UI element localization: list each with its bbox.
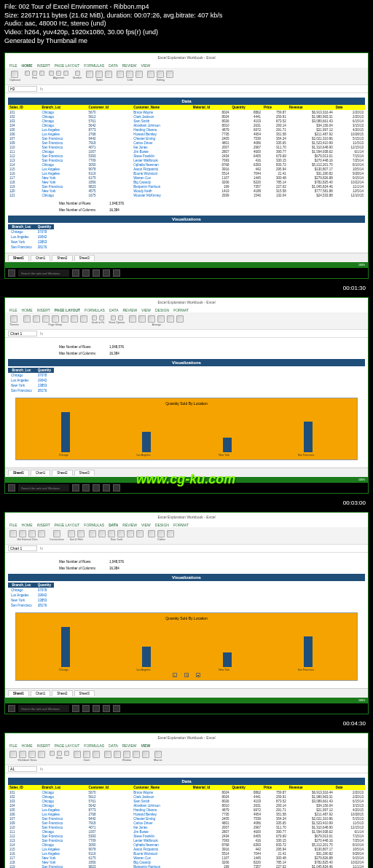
background-icon[interactable] <box>71 315 78 323</box>
worksheet[interactable]: Data Sales_IDBranch_LocCustomer_IdCustom… <box>5 93 368 253</box>
tab-view[interactable]: VIEW <box>141 63 150 68</box>
bar[interactable] <box>223 438 232 453</box>
remove-dup-icon[interactable] <box>108 530 115 537</box>
align-left-icon[interactable] <box>49 71 54 76</box>
cell-styles-icon[interactable] <box>105 71 112 78</box>
arrange-all-icon[interactable] <box>114 751 121 758</box>
format-cells-icon[interactable] <box>136 71 143 78</box>
tab-view[interactable]: VIEW <box>141 743 150 748</box>
bar[interactable] <box>61 412 70 453</box>
excel-taskbar-icon[interactable] <box>113 269 120 277</box>
list-item[interactable]: Los Angeles19042 <box>8 234 54 240</box>
number-format-icon[interactable] <box>75 71 80 76</box>
freeze-panes-icon[interactable] <box>123 751 130 758</box>
list-item[interactable]: Chicago37078 <box>8 229 54 234</box>
table-row[interactable]: 121Chicago1675Wooster McKinney2939154613… <box>8 193 365 197</box>
insert-cells-icon[interactable] <box>117 71 124 78</box>
table-row[interactable]: 119San Francisco9823Benjamin Harrison199… <box>8 864 365 868</box>
align-icon[interactable] <box>157 315 165 323</box>
tab-format[interactable]: FORMAT <box>173 308 189 312</box>
name-box[interactable]: H2 <box>8 86 37 92</box>
chart-styles-icon[interactable]: ✎ <box>184 673 189 677</box>
chart-elements-icon[interactable]: + <box>173 673 177 677</box>
align-center-icon[interactable] <box>56 71 61 76</box>
bar[interactable] <box>304 422 313 452</box>
conditional-format-icon[interactable] <box>86 71 93 78</box>
zoom-100-icon[interactable] <box>83 751 90 758</box>
subtotal-icon[interactable] <box>167 530 174 537</box>
tab-pagelayout[interactable]: PAGE LAYOUT <box>55 63 80 68</box>
list-item[interactable]: Los Angeles19042 <box>8 593 54 598</box>
width-icon[interactable] <box>92 315 97 320</box>
from-access-icon[interactable] <box>9 530 17 537</box>
flash-fill-icon[interactable] <box>98 530 106 537</box>
tab-home[interactable]: HOME <box>22 63 33 68</box>
ungroup-icon[interactable] <box>157 530 165 537</box>
orientation-icon[interactable] <box>33 315 40 323</box>
gridlines-show-icon[interactable] <box>57 751 62 756</box>
list-item[interactable]: San Francisco28176 <box>8 388 54 393</box>
zoom-selection-icon[interactable] <box>93 751 100 758</box>
bold-icon[interactable] <box>25 71 30 76</box>
bar-chart-selected[interactable]: Quantity Sold By Location ChicagoLos Ang… <box>15 612 358 681</box>
list-item[interactable]: New York13853 <box>8 383 54 388</box>
height-icon[interactable] <box>99 315 104 320</box>
from-text-icon[interactable] <box>28 530 36 537</box>
bar[interactable] <box>142 647 151 668</box>
bar[interactable] <box>304 636 313 667</box>
tab-pagelayout[interactable]: PAGE LAYOUT <box>55 308 80 312</box>
send-backward-icon[interactable] <box>138 315 146 323</box>
autosum-icon[interactable] <box>147 71 154 78</box>
hide-icon[interactable] <box>142 751 149 758</box>
fx-icon[interactable]: fx <box>40 87 43 91</box>
group-outline-icon[interactable] <box>148 530 155 537</box>
filter-icon[interactable] <box>77 530 85 537</box>
themes-icon[interactable] <box>10 315 17 323</box>
text-to-columns-icon[interactable] <box>89 530 96 537</box>
page-break-icon[interactable] <box>19 751 26 758</box>
normal-view-icon[interactable] <box>9 751 17 758</box>
sort-filter-icon[interactable] <box>157 71 164 78</box>
margins-icon[interactable] <box>23 315 31 323</box>
consolidate-icon[interactable] <box>127 530 134 537</box>
zoom-icon[interactable] <box>74 751 81 758</box>
tab-insert[interactable]: INSERT <box>37 63 50 68</box>
rotate-icon[interactable] <box>176 315 184 323</box>
format-table-icon[interactable] <box>95 71 103 78</box>
ruler-icon[interactable] <box>50 751 55 756</box>
paste-icon[interactable] <box>11 71 18 78</box>
sheet-tab-3[interactable]: Sheet2 <box>52 255 72 261</box>
sheet-tab-1[interactable]: Sheet1 <box>8 255 29 261</box>
tab-design[interactable]: DESIGN <box>155 308 169 312</box>
from-web-icon[interactable] <box>19 530 26 537</box>
split-icon[interactable] <box>133 751 140 758</box>
tab-file[interactable]: FILE <box>9 63 17 68</box>
list-item[interactable]: New York13853 <box>8 598 54 603</box>
print-titles-icon[interactable] <box>80 315 87 323</box>
list-item[interactable]: Chicago37078 <box>8 373 54 378</box>
delete-cells-icon[interactable] <box>126 71 133 78</box>
bar[interactable] <box>223 652 232 668</box>
tab-formulas[interactable]: FORMULAS <box>84 63 104 68</box>
underline-icon[interactable] <box>39 71 44 76</box>
bar-chart[interactable]: Quantity Sold By Location ChicagoLos Ang… <box>15 398 358 460</box>
new-window-icon[interactable] <box>104 751 111 758</box>
sheet-tab-2[interactable]: Chart1 <box>31 255 51 261</box>
page-layout-view-icon[interactable] <box>28 751 36 758</box>
list-item[interactable]: San Francisco28176 <box>8 603 54 608</box>
sort-icon[interactable] <box>68 530 75 537</box>
tab-review[interactable]: REVIEW <box>122 63 137 68</box>
selection-pane-icon[interactable] <box>148 315 155 323</box>
list-item[interactable]: New York13853 <box>8 240 54 245</box>
data-validation-icon[interactable] <box>117 530 125 537</box>
search-input[interactable]: Search the web and Windows <box>18 269 69 277</box>
refresh-all-icon[interactable] <box>53 530 60 537</box>
bar[interactable] <box>61 627 70 668</box>
align-right-icon[interactable] <box>63 71 68 76</box>
bring-forward-icon[interactable] <box>129 315 136 323</box>
sheet-tab-4[interactable]: Sheet3 <box>74 255 95 261</box>
bar[interactable] <box>142 432 151 453</box>
store-icon[interactable] <box>103 269 110 277</box>
list-item[interactable]: San Francisco28176 <box>8 245 54 250</box>
from-other-icon[interactable] <box>38 530 45 537</box>
